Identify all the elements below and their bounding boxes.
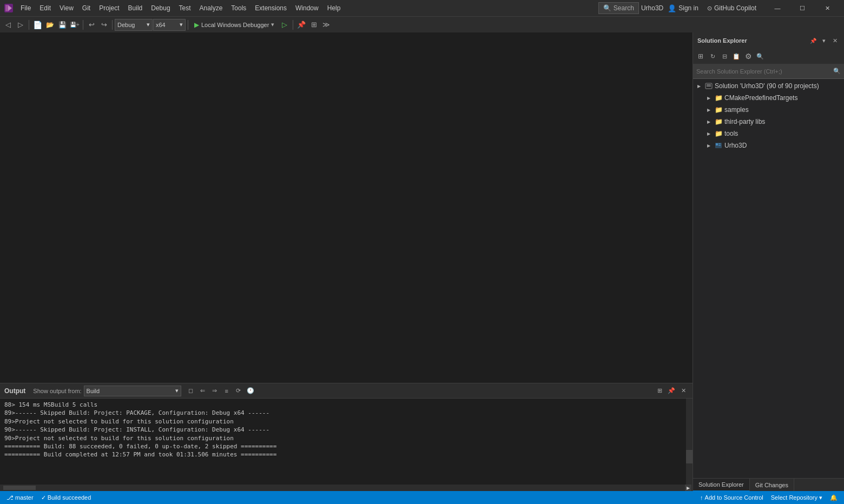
se-collapse-button[interactable]: ⊟ (719, 51, 730, 62)
save-all-button[interactable]: 💾+ (69, 19, 81, 31)
output-title: Output (4, 387, 25, 395)
output-scrollbar[interactable] (686, 399, 693, 485)
search-label: Search (614, 4, 634, 12)
tree-item-samples[interactable]: ▶ 📁 samples (693, 104, 844, 116)
tree-root[interactable]: ▶ Solution 'Urho3D' (90 of 90 projects) (693, 80, 844, 92)
output-clear-button[interactable]: ◻ (186, 386, 196, 396)
output-window-button[interactable]: ⊞ (308, 19, 320, 31)
open-button[interactable]: 📂 (44, 19, 56, 31)
svg-rect-1 (5, 5, 8, 11)
tree-item-tools[interactable]: ▶ 📁 tools (693, 128, 844, 140)
output-line-2: 89>------ Skipped Build: Project: PACKAG… (4, 409, 682, 417)
attach-button[interactable]: 📌 (295, 19, 307, 31)
se-pending-button[interactable]: 📋 (731, 51, 742, 62)
sign-in-button[interactable]: 👤 Sign in (663, 4, 703, 12)
toolbar-more-button[interactable]: ≫ (320, 19, 332, 31)
se-title-bar: Solution Explorer 📌 ▾ ✕ (693, 32, 844, 49)
menu-help[interactable]: Help (323, 0, 345, 16)
select-repository-button[interactable]: Select Repository ▾ (769, 491, 825, 504)
start-debug-button[interactable]: ▶ Local Windows Debugger ▾ (190, 19, 278, 31)
search-icon: 🔍 (603, 4, 611, 12)
output-line-6: ========== Build: 88 succeeded, 0 failed… (4, 442, 682, 450)
output-scroll-thumb (686, 450, 693, 463)
se-tree: ▶ Solution 'Urho3D' (90 of 90 projects) … (693, 79, 844, 478)
window-controls: — ☐ ✕ (765, 0, 840, 16)
github-copilot-button[interactable]: ⊙ GitHub Copilot (703, 4, 761, 12)
se-title-icons: 📌 ▾ ✕ (808, 36, 840, 45)
menu-tools[interactable]: Tools (227, 0, 250, 16)
menu-debug[interactable]: Debug (147, 0, 174, 16)
se-dropdown-button[interactable]: ▾ (819, 36, 829, 45)
undo-button[interactable]: ↩ (85, 19, 97, 31)
output-content[interactable]: 88> 154 ms MSBuild 5 calls 89>------ Ski… (0, 399, 686, 485)
menu-analyze[interactable]: Analyze (195, 0, 227, 16)
debug-config-dropdown[interactable]: Debug ▾ (115, 19, 153, 31)
output-wrap2-button[interactable]: ⇒ (209, 386, 220, 396)
git-icon: ⎇ (6, 494, 14, 501)
platform-dropdown[interactable]: x64 ▾ (153, 19, 186, 31)
output-source-dropdown[interactable]: Build ▾ (84, 386, 181, 396)
samples-folder-icon: 📁 (714, 105, 723, 114)
output-wrap-button[interactable]: ⇐ (197, 386, 208, 396)
forward-button[interactable]: ▷ (15, 19, 27, 31)
se-search-bar[interactable]: 🔍 (693, 64, 844, 79)
tools-expand-icon: ▶ (705, 130, 713, 137)
tree-item-cmake[interactable]: ▶ 📁 CMakePredefinedTargets (693, 92, 844, 104)
search-button[interactable]: 🔍 Search (598, 2, 639, 14)
notifications-button[interactable]: 🔔 (828, 491, 840, 504)
output-format-button[interactable]: ≡ (221, 386, 232, 396)
se-refresh-button[interactable]: ↻ (707, 51, 718, 62)
root-expand-icon: ▶ (695, 82, 703, 90)
menu-project[interactable]: Project (95, 0, 123, 16)
new-project-button[interactable]: 📄 (31, 19, 43, 31)
close-button[interactable]: ✕ (815, 0, 840, 16)
menu-git[interactable]: Git (78, 0, 95, 16)
minimize-button[interactable]: — (765, 0, 790, 16)
output-body: 88> 154 ms MSBuild 5 calls 89>------ Ski… (0, 399, 693, 485)
output-line-4: 90>------ Skipped Build: Project: INSTAL… (4, 426, 682, 434)
se-preview-button[interactable]: 🔍 (755, 51, 766, 62)
start-without-debug-button[interactable]: ▷ (279, 19, 291, 31)
menu-view[interactable]: View (55, 0, 78, 16)
git-branch-button[interactable]: ⎇ master (4, 491, 36, 504)
output-horizontal-scrollbar[interactable]: ▶ (0, 485, 693, 491)
editor-canvas[interactable] (0, 32, 693, 383)
menu-file[interactable]: File (16, 0, 35, 16)
build-status-icon: ✓ (41, 494, 46, 501)
redo-button[interactable]: ↪ (98, 19, 110, 31)
menu-edit[interactable]: Edit (35, 0, 55, 16)
root-label: Solution 'Urho3D' (90 of 90 projects) (715, 82, 819, 90)
play-dropdown-icon: ▾ (271, 21, 274, 28)
scroll-right-btn[interactable]: ▶ (685, 485, 691, 491)
output-close-button[interactable]: ✕ (678, 386, 688, 396)
tree-item-thirdparty[interactable]: ▶ 📁 third-party libs (693, 116, 844, 128)
menu-extensions[interactable]: Extensions (250, 0, 291, 16)
output-undock-button[interactable]: ⊞ (655, 386, 664, 396)
svg-rect-9 (718, 145, 721, 146)
menu-build[interactable]: Build (124, 0, 147, 16)
save-button[interactable]: 💾 (56, 19, 68, 31)
se-show-prop-button[interactable]: ⚙ (743, 51, 754, 62)
output-sync-button[interactable]: ⟳ (233, 386, 244, 396)
output-history-button[interactable]: 🕐 (245, 386, 256, 396)
se-show-all-button[interactable]: ⊞ (695, 51, 706, 62)
maximize-button[interactable]: ☐ (790, 0, 815, 16)
tree-item-urho3d[interactable]: ▶ Urho3D (693, 140, 844, 151)
app-icon (4, 4, 13, 12)
back-button[interactable]: ◁ (2, 19, 14, 31)
se-close-button[interactable]: ✕ (830, 36, 840, 45)
se-tab-git[interactable]: Git Changes (750, 479, 794, 492)
output-pin-button[interactable]: 📌 (667, 386, 676, 396)
editor-area: Output Show output from: Build ▾ ◻ ⇐ ⇒ ≡… (0, 32, 693, 491)
output-line-3: 89>Project not selected to build for thi… (4, 417, 682, 426)
menu-test[interactable]: Test (175, 0, 195, 16)
build-status[interactable]: ✓ Build succeeded (39, 491, 94, 504)
se-search-input[interactable] (696, 68, 831, 75)
se-tab-solution[interactable]: Solution Explorer (693, 479, 750, 492)
add-to-source-control-button[interactable]: ↑ Add to Source Control (698, 491, 766, 504)
se-pin-button[interactable]: 📌 (808, 36, 818, 45)
menu-window[interactable]: Window (291, 0, 323, 16)
output-controls: Show output from: Build ▾ ◻ ⇐ ⇒ ≡ ⟳ 🕐 (33, 386, 255, 396)
se-bottom-tabs: Solution Explorer Git Changes (693, 478, 844, 491)
menu-bar: File Edit View Git Project Build Debug T… (16, 0, 596, 16)
